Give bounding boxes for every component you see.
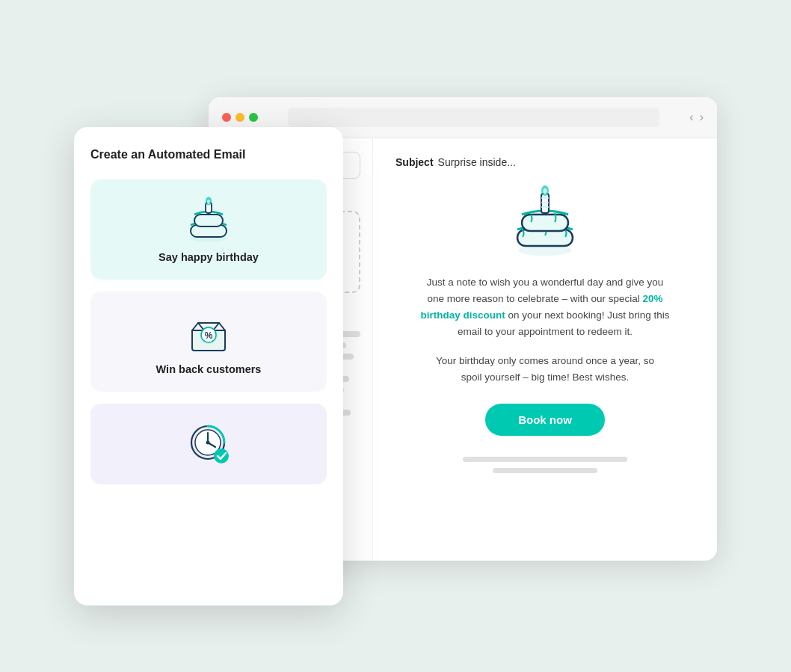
subject-value: Surprise inside... — [438, 156, 516, 168]
birthday-card-label: Say happy birthday — [158, 251, 259, 263]
fullscreen-button[interactable] — [249, 113, 258, 122]
automated-email-panel: Create an Automated Email — [74, 127, 343, 605]
subject-line: SubjectSurprise inside... — [396, 156, 516, 168]
svg-text:%: % — [205, 330, 213, 341]
minimize-button[interactable] — [236, 113, 244, 122]
preview-cake-illustration — [504, 183, 586, 258]
clock-card[interactable] — [90, 404, 327, 484]
svg-point-14 — [544, 188, 547, 194]
svg-point-30 — [214, 448, 229, 463]
email-preview-column: SubjectSurprise inside... — [373, 138, 717, 561]
svg-point-20 — [207, 200, 210, 204]
email-body-paragraph-1: Just a note to wish you a wonderful day … — [418, 274, 672, 341]
book-now-button[interactable]: Book now — [485, 404, 605, 436]
birthday-cake-icon — [182, 196, 235, 244]
close-button[interactable] — [222, 113, 231, 122]
cake-preview-icon — [504, 183, 586, 258]
birthday-card[interactable]: Say happy birthday — [90, 179, 327, 280]
svg-rect-7 — [517, 229, 573, 246]
svg-rect-8 — [522, 215, 568, 231]
nav-arrows: ‹ › — [689, 111, 704, 124]
forward-arrow-icon[interactable]: › — [700, 111, 704, 124]
clock-icon — [182, 420, 235, 468]
svg-point-29 — [206, 440, 210, 444]
winback-box-icon: % — [182, 308, 235, 356]
winback-card[interactable]: % Win back customers — [90, 292, 327, 392]
svg-rect-9 — [541, 194, 549, 213]
address-bar — [288, 108, 659, 127]
back-arrow-icon[interactable]: ‹ — [689, 111, 693, 124]
subject-label: Subject — [396, 156, 434, 168]
email-footer-lines — [396, 457, 695, 473]
panel-title: Create an Automated Email — [90, 148, 327, 161]
winback-card-label: Win back customers — [156, 363, 262, 375]
traffic-lights — [222, 113, 258, 122]
svg-rect-17 — [194, 215, 223, 226]
email-body-paragraph-2: Your birthday only comes around once a y… — [425, 353, 665, 386]
